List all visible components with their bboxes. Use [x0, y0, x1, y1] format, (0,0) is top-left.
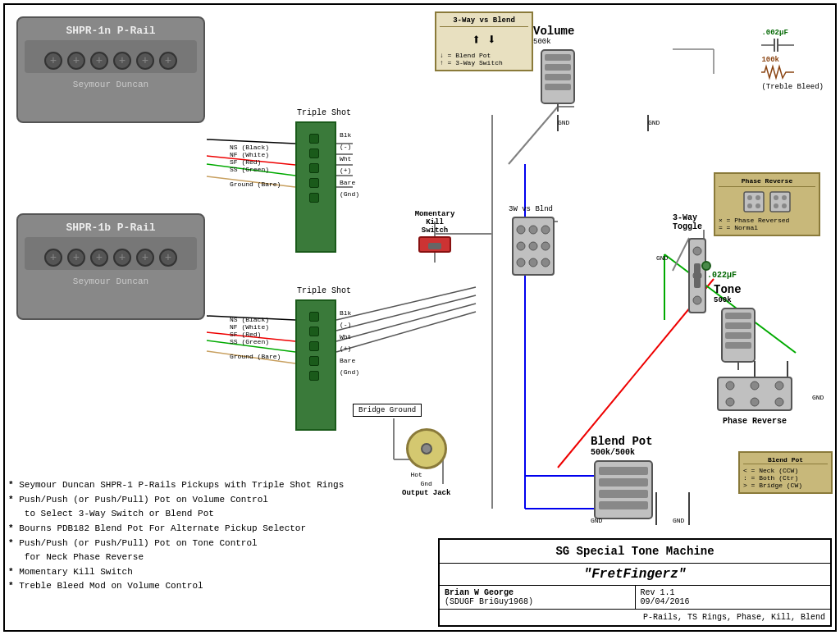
ts-label-wht: Wht [340, 153, 359, 165]
neck-wire-labels: NS (Black) NF (White) SF (Red) SS (Green… [230, 144, 281, 188]
gnd-label-3: GND [656, 254, 668, 262]
bridge-wire-4: SS (Green) [230, 338, 281, 345]
phase-switch-1 [742, 190, 765, 213]
svg-point-57 [541, 242, 550, 250]
note-6: Treble Bleed Mod on Volume Control [8, 579, 427, 594]
svg-rect-47 [545, 64, 571, 71]
ts-bridge-conn-4 [309, 356, 319, 366]
blend-up-arrow: ⬆ [472, 30, 481, 48]
pole-1 [44, 52, 62, 70]
bridge-pole-1 [44, 249, 62, 267]
gnd-label-4: GND [812, 394, 824, 401]
bridge-pole-4 [113, 249, 131, 267]
tripleshot-neck: Triple Shot Blk (-) Wht (+) Bare (Gnd) [295, 121, 336, 253]
title-box: SG Special Tone Machine "FretFingerz" Br… [438, 538, 832, 627]
dpdt-center-label: 3W vs Blnd [509, 205, 558, 281]
kill-switch-toggle [428, 243, 441, 249]
hot-label: Hot [402, 471, 450, 478]
svg-point-72 [774, 195, 778, 200]
neck-wire-1: NS (Black) [230, 144, 281, 151]
svg-rect-91 [599, 478, 648, 487]
pole-5 [136, 52, 154, 70]
ts-bridge-label-blk: Blk [340, 308, 359, 319]
neck-pickup-label: SHPR-1n P-Rail [18, 25, 203, 37]
ts-label-blk: Blk [340, 130, 359, 141]
bridge-pole-3 [90, 249, 108, 267]
bridge-pole-2 [67, 249, 85, 267]
svg-point-74 [774, 203, 778, 208]
gnd-label-1: GND [558, 119, 569, 126]
ts-neck-conn-1 [309, 134, 319, 144]
blend-pot-value: 500k/500k [591, 448, 656, 457]
bridge-pickup: SHPR-1b P-Rail Seymour Duncan [16, 213, 205, 320]
pole-3 [90, 52, 108, 70]
treble-bleed-area: .002μF 100k (Treble Bleed) [761, 29, 824, 91]
pickup-poles-bridge [28, 249, 194, 267]
note-4: Push/Push (or Push/Pull) Pot on Tone Con… [8, 537, 427, 565]
main-diagram: SHPR-1n P-Rail Seymour Duncan SHPR-1b P-… [0, 0, 840, 635]
blend-down-arrow: ⬇ [487, 30, 496, 48]
blend-pot-area: Blend Pot 500k/500k [591, 435, 656, 526]
bridge-wire-bare: Ground (Bare) [230, 353, 281, 360]
svg-rect-92 [599, 490, 648, 498]
bridge-wire-labels: NS (Black) NF (White) SF (Red) SS (Green… [230, 316, 281, 360]
dpdt-center-text: 3W vs Blnd [509, 205, 558, 213]
note-2: Push/Push (or Push/Pull) Pot on Volume C… [8, 493, 427, 522]
meta-date: 09/04/2016 [641, 597, 690, 606]
blend-switch-box: 3-Way vs Blend ⬆ ⬇ ↓ = Blend Pot ↑ = 3-W… [435, 11, 533, 71]
svg-point-68 [756, 195, 760, 200]
ts-bridge-conn-1 [309, 312, 319, 322]
bridge-pickup-label: SHPR-1b P-Rail [18, 222, 203, 234]
ts-neck-connectors [297, 131, 335, 205]
ts-label-bare: Bare [340, 177, 359, 189]
tone-cap-symbol [701, 261, 711, 271]
svg-rect-65 [694, 263, 701, 288]
neck-wire-2: NF (White) [230, 151, 281, 158]
phase-reverse-top: Phase Reverse × = Phase Reversed = = Nor… [714, 172, 820, 236]
neck-wire-4: SS (Green) [230, 166, 281, 173]
ts-bridge-connectors [297, 309, 335, 383]
blend-switch-arrows: ⬆ ⬇ [440, 30, 528, 48]
volume-area: Volume 500k [533, 25, 599, 116]
tripleshot-bridge-label: Triple Shot [297, 286, 351, 295]
meta-author-sub: (SDUGF BriGuy1968) [445, 597, 533, 606]
treble-bleed-res-symbol [761, 64, 794, 80]
svg-point-52 [517, 226, 525, 234]
ts-bridge-conn-5 [309, 371, 319, 381]
svg-point-85 [775, 381, 783, 390]
blend-legend-2: ↑ = 3-Way Switch [440, 59, 528, 66]
svg-point-60 [541, 258, 550, 267]
tone-cap-label: .022μF [707, 271, 737, 280]
phase-switch-2 [769, 190, 792, 213]
svg-point-75 [782, 203, 787, 208]
ts-neck-conn-5 [309, 193, 319, 203]
tone-area: Tone 500k [714, 283, 771, 373]
volume-pot-symbol [533, 46, 582, 112]
pole-2 [67, 52, 85, 70]
tripleshot-neck-label: Triple Shot [297, 108, 351, 117]
neck-pickup: SHPR-1n P-Rail Seymour Duncan [16, 16, 205, 123]
svg-point-54 [541, 226, 550, 234]
tone-pot-symbol [714, 304, 763, 370]
pole-4 [113, 52, 131, 70]
svg-point-64 [693, 296, 701, 304]
pickup-poles-neck [28, 52, 194, 70]
volume-label: Volume [533, 25, 599, 38]
gnd-label-5: GND [591, 517, 602, 524]
svg-point-53 [529, 226, 537, 234]
bridge-wire-3: SF (Red) [230, 331, 281, 338]
phase-reverse-bottom: Phase Reverse [705, 373, 804, 426]
gnd-label-6: GND [673, 517, 684, 524]
svg-point-56 [529, 242, 537, 250]
note-5: Momentary Kill Switch [8, 565, 427, 580]
ts-bridge-conn-2 [309, 327, 319, 336]
svg-rect-90 [599, 467, 648, 475]
treble-bleed-res: 100k [761, 56, 824, 64]
svg-rect-80 [725, 342, 751, 349]
blend-pot-legend-box: Blend Pot < = Neck (CCW) : = Both (Ctr) … [738, 451, 833, 494]
neck-pickup-sub: Seymour Duncan [18, 80, 203, 89]
ts-bridge-label-neg: (-) [340, 319, 359, 331]
tripleshot-bridge: Triple Shot Blk (-) Wht (+) Bare (Gnd) [295, 299, 336, 431]
title-box-subtitle: "FretFingerz" [440, 564, 830, 586]
ts-label-pos: (+) [340, 165, 359, 176]
